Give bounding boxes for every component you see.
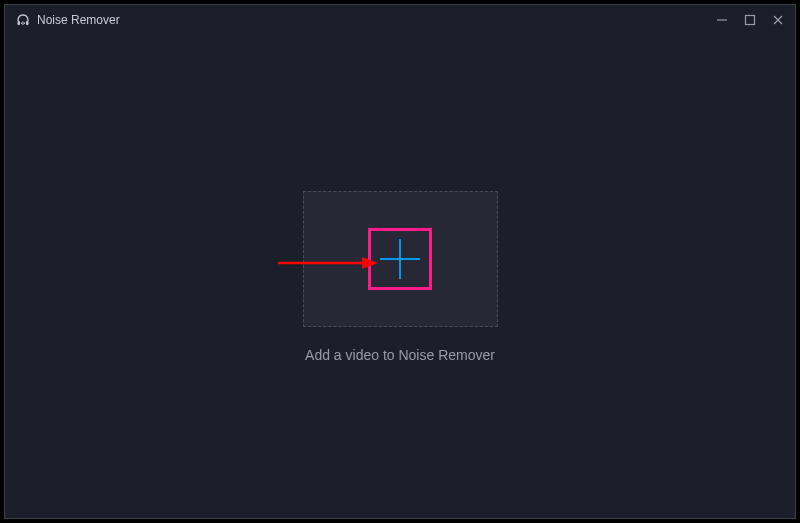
instruction-text: Add a video to Noise Remover (305, 347, 495, 363)
title-bar: Noise Remover (5, 5, 795, 35)
headphones-icon (15, 12, 31, 28)
app-window: Noise Remover (4, 4, 796, 519)
maximize-button[interactable] (743, 13, 757, 27)
title-left: Noise Remover (15, 12, 120, 28)
plus-icon (380, 239, 420, 279)
annotation-highlight (368, 228, 432, 290)
close-button[interactable] (771, 13, 785, 27)
main-content: Add a video to Noise Remover (5, 35, 795, 518)
add-video-dropzone[interactable] (303, 191, 498, 327)
minimize-button[interactable] (715, 13, 729, 27)
app-title: Noise Remover (37, 13, 120, 27)
svg-rect-1 (26, 21, 29, 25)
svg-rect-0 (18, 21, 21, 25)
window-controls (715, 13, 785, 27)
svg-rect-3 (746, 16, 755, 25)
